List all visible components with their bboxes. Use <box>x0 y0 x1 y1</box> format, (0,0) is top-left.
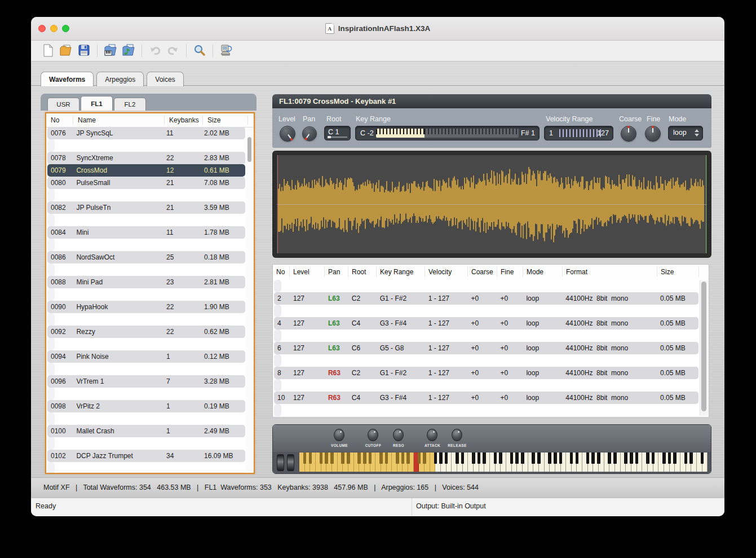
piano-key-black[interactable] <box>673 452 677 464</box>
search-button[interactable] <box>191 43 209 59</box>
piano-key-black[interactable] <box>406 452 410 464</box>
piano-key-black[interactable] <box>515 452 519 464</box>
waveform-row[interactable]: 0081Mini Pulse250.24 MB <box>47 189 55 201</box>
waveform-row[interactable]: 0089FatOsc264.50 MB <box>47 288 55 301</box>
keybank-row[interactable]: 6127L63C6G5 - G81 - 127+0+0loop44100Hz 8… <box>274 342 698 354</box>
waveform-row[interactable]: 0079CrossMod120.61 MB <box>47 164 245 177</box>
waveform-row[interactable]: 0078SyncXtreme222.83 MB <box>47 152 245 164</box>
piano-key-black[interactable] <box>439 452 443 464</box>
waveform-row[interactable]: 0082JP PulseTn213.59 MB <box>47 201 245 214</box>
tab-voices[interactable]: Voices <box>147 72 183 86</box>
piano-key-black[interactable] <box>325 452 328 464</box>
waveform-row[interactable]: 0094Pink Noise10.12 MB <box>47 350 245 363</box>
release-knob[interactable] <box>452 429 462 441</box>
keybank-row[interactable]: 2127L63C2G1 - F#21 - 127+0+0loop44100Hz … <box>274 292 698 305</box>
import-arpeggio-button[interactable] <box>120 43 138 59</box>
loop-start-marker[interactable] <box>277 155 278 253</box>
mode-dropdown[interactable]: loop <box>668 126 703 140</box>
piano-key-black[interactable] <box>591 452 595 464</box>
keybank-row[interactable]: 3127L63C3G2 - F#31 - 127+0+0loop44100Hz … <box>274 305 281 317</box>
piano-key-black[interactable] <box>570 452 573 464</box>
waveform-row[interactable]: 0099Cymbal Roll13.28 MB <box>47 412 55 425</box>
waveform-row[interactable]: 0087JP SawDet113.12 MB <box>47 263 55 276</box>
waveform-row[interactable]: 0098VrPitz 210.19 MB <box>47 400 245 412</box>
column-header-root[interactable]: Root <box>348 267 377 277</box>
piano-key-black[interactable] <box>537 452 541 464</box>
cutoff-knob[interactable] <box>368 429 378 441</box>
piano-key-black[interactable] <box>461 452 465 464</box>
level-knob[interactable] <box>280 126 295 142</box>
piano-key-black[interactable] <box>472 452 475 464</box>
column-header-key-range[interactable]: Key Range <box>377 267 425 277</box>
waveform-row[interactable]: 0093WhiteNoise10.73 MB <box>47 338 55 350</box>
waveform-list-scrollbar[interactable] <box>246 128 253 472</box>
fine-knob[interactable] <box>645 126 661 142</box>
open-file-button[interactable] <box>57 43 75 59</box>
pan-knob[interactable] <box>302 126 317 141</box>
tab-waveforms[interactable]: Waveforms <box>41 72 94 86</box>
loop-end-marker[interactable] <box>706 155 706 253</box>
piano-key-black[interactable] <box>689 452 693 464</box>
piano-key-black[interactable] <box>456 452 459 464</box>
keybank-row[interactable]: 1127L63C1C-2 - F#11 - 127+0+0loop44100Hz… <box>274 280 281 292</box>
scrollbar-thumb[interactable] <box>701 282 706 411</box>
piano-key-black[interactable] <box>521 452 524 464</box>
piano-key-black[interactable] <box>576 452 579 464</box>
keybank-row[interactable]: 11127R63C5G4 - F#51 - 127+0+0loop44100Hz… <box>274 404 281 416</box>
waveform-row[interactable]: 0096VrTrem 173.28 MB <box>47 375 245 388</box>
waveform-row[interactable]: 0077JP SyncSwL112.09 MB <box>47 139 55 152</box>
piano-key-black[interactable] <box>559 452 563 464</box>
new-file-button[interactable] <box>39 43 57 59</box>
reso-knob[interactable] <box>393 429 404 441</box>
piano-key-black[interactable] <box>701 452 704 464</box>
import-waveform-button[interactable] <box>101 43 120 59</box>
piano-key-black[interactable] <box>478 452 481 464</box>
bank-tab-fl2[interactable]: FL2 <box>114 98 146 111</box>
waveform-row[interactable]: 0097VrTrem 262.95 MB <box>47 388 55 400</box>
piano-key-black[interactable] <box>347 452 350 464</box>
attack-knob[interactable] <box>427 429 437 441</box>
keybank-table-scrollbar[interactable] <box>700 280 708 416</box>
waveform-row[interactable]: 0095Mystery30.36 MB <box>47 363 55 375</box>
device-transfer-button[interactable] <box>217 43 235 59</box>
piano-key-black[interactable] <box>423 452 426 464</box>
waveform-row[interactable]: 0086NordSawOct250.18 MB <box>47 251 245 263</box>
piano-key-black[interactable] <box>532 452 535 464</box>
waveform-row[interactable]: 0088Mini Pad232.81 MB <box>47 276 245 288</box>
keybank-row[interactable]: 7127R63C1C-2 - F#11 - 127+0+0loop44100Hz… <box>274 354 281 367</box>
column-header-coarse[interactable]: Coarse <box>468 267 497 277</box>
waveform-row[interactable]: 0102DCP Jazz Trumpet3416.09 MB <box>47 450 245 462</box>
key-range-control[interactable]: C -2 F# 1 <box>355 126 540 140</box>
piano-key-black[interactable] <box>684 452 688 464</box>
piano-key-black[interactable] <box>445 452 448 464</box>
coarse-knob[interactable] <box>621 126 636 142</box>
piano-key-black[interactable] <box>483 452 486 464</box>
column-header-pan[interactable]: Pan <box>325 267 348 277</box>
waveform-row[interactable]: 0085DoubledSaw60.40 MB <box>47 239 55 251</box>
piano-key-black[interactable] <box>341 452 344 464</box>
column-header-keybanks[interactable]: Keybanks <box>165 116 203 125</box>
piano-key-black[interactable] <box>379 452 383 464</box>
column-header-no[interactable]: No <box>46 116 73 125</box>
root-slider[interactable] <box>328 137 347 138</box>
keybank-row[interactable]: 5127L63C5G4 - F#51 - 127+0+0loop44100Hz … <box>274 329 281 342</box>
piano-key-black[interactable] <box>357 452 361 464</box>
mod-wheel[interactable] <box>287 454 294 471</box>
volume-knob[interactable] <box>334 429 344 441</box>
piano-key-black[interactable] <box>401 452 405 464</box>
column-header-level[interactable]: Level <box>290 267 325 277</box>
piano-key-black[interactable] <box>363 452 366 464</box>
scrollbar-thumb[interactable] <box>247 137 251 162</box>
keybank-row[interactable]: 9127R63C3G2 - F#31 - 127+0+0loop44100Hz … <box>274 379 281 392</box>
piano-key-black[interactable] <box>385 452 388 464</box>
piano-key-black[interactable] <box>320 452 323 464</box>
save-file-button[interactable] <box>75 43 93 59</box>
piano-key-black[interactable] <box>668 452 671 464</box>
waveform-row[interactable]: 0076JP SyncSqL112.02 MB <box>47 127 245 139</box>
piano-key-black[interactable] <box>646 452 649 464</box>
piano-key-black[interactable] <box>554 452 557 464</box>
column-header-format[interactable]: Format <box>563 267 657 277</box>
piano-key-black[interactable] <box>597 452 600 464</box>
key-range-display[interactable] <box>376 129 519 138</box>
piano-key-black[interactable] <box>613 452 617 464</box>
